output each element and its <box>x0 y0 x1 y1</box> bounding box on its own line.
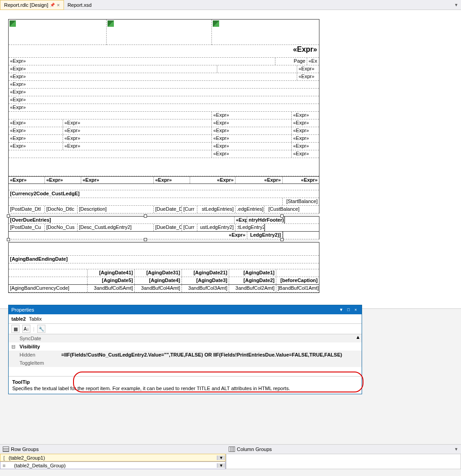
cell[interactable]: [PostDate_Dtl <box>9 206 45 213</box>
tab-overflow-dropdown[interactable]: ▼ <box>454 3 458 7</box>
tab-report-rdlc-design[interactable]: Report.rdlc [Design] 📌 × <box>0 0 64 10</box>
property-row-hidden[interactable]: Hidden =IIF(Fields!CustNo_CustLedgEntry2… <box>9 351 362 359</box>
cell[interactable]: [Curr <box>182 224 197 231</box>
cell-empty[interactable] <box>9 198 283 205</box>
cell-empty[interactable] <box>284 217 319 223</box>
cell[interactable]: [AgingDate21] <box>182 269 229 277</box>
cell-expr[interactable]: «Expr» <box>212 119 292 127</box>
cell-empty[interactable] <box>9 112 212 119</box>
overdue-entries-cell[interactable]: [OverDueEntries] <box>9 217 235 223</box>
cell-expr[interactable]: «Expr» <box>9 119 63 127</box>
cell-empty[interactable] <box>9 184 319 190</box>
cell[interactable]: [AgingDate3] <box>182 277 229 284</box>
cell-expr[interactable]: «Expr» <box>297 73 319 80</box>
cell-expr[interactable]: «Expr» <box>9 104 319 111</box>
cell[interactable]: [PostDate_Cu <box>9 224 45 231</box>
resize-handle[interactable] <box>144 214 147 218</box>
cell-expr[interactable]: «Expr» <box>9 232 247 239</box>
resize-handle[interactable] <box>280 238 284 241</box>
row-group-item[interactable]: [ (table2_Group1) ▼ <box>0 454 226 461</box>
cell[interactable]: ntryHdrFooter)] <box>247 217 284 223</box>
cell[interactable]: [beforeCaption] <box>276 277 319 284</box>
header-cell[interactable]: «Expr» <box>81 177 154 183</box>
group-dropdown[interactable]: ▼ <box>217 463 225 468</box>
resize-handle[interactable] <box>7 214 10 218</box>
report-body[interactable]: «Expr» «Expr» Page «Ex «Expr» «Expr» «Ex… <box>8 19 319 293</box>
cell[interactable]: LedgEntry2)] <box>247 232 283 239</box>
scroll-up-button[interactable]: ▲ <box>354 334 362 340</box>
properties-object-selector[interactable]: table2 Tablix <box>9 314 362 324</box>
cell[interactable]: .edgEntries] <box>235 206 265 213</box>
close-icon[interactable]: × <box>57 2 59 8</box>
table2-tablix[interactable]: [OverDueEntries] «Expr» ntryHdrFooter)] … <box>9 216 319 239</box>
cell-expr[interactable]: «Expr» <box>297 65 319 73</box>
cell-expr[interactable]: «Expr» <box>212 143 292 150</box>
page-label[interactable]: Page <box>275 58 307 65</box>
cell[interactable]: 3andBufCol5Amt] <box>88 285 135 292</box>
cell-empty[interactable] <box>265 224 301 231</box>
cell[interactable]: [Description] <box>78 206 154 213</box>
column-groups-header[interactable]: Column Groups ▼ <box>226 446 461 453</box>
cell[interactable]: ]BandBufCol1Amt] <box>276 285 319 292</box>
cell-expr[interactable]: «Expr» <box>212 127 292 134</box>
tab-report-xsd[interactable]: Report.xsd <box>64 0 95 10</box>
cell-empty[interactable] <box>9 158 319 176</box>
property-row[interactable]: SyncDate <box>9 334 362 342</box>
cell-empty[interactable] <box>9 263 319 269</box>
cell[interactable]: 3andBufCol2Amt] <box>229 285 276 292</box>
cell-expr[interactable]: «Ex <box>307 58 319 65</box>
resize-handle[interactable] <box>7 238 10 241</box>
categorized-button[interactable]: ▦ <box>11 325 20 333</box>
maximize-icon[interactable]: □ <box>345 307 352 313</box>
dropdown-icon[interactable]: ▼ <box>338 307 344 313</box>
cell[interactable]: [AgingDate1] <box>229 269 276 277</box>
cell-expr[interactable]: «Expr» <box>63 143 212 150</box>
property-value-hidden[interactable]: =IIF(Fields!CustNo_CustLedgEntry2.Value=… <box>59 352 362 357</box>
cell-expr[interactable]: «Expr» <box>292 143 319 150</box>
cell-empty[interactable] <box>9 277 88 284</box>
cell-expr[interactable]: «Expr» <box>292 150 319 158</box>
cell[interactable]: ustLedgEntry2] <box>197 224 235 231</box>
cell[interactable]: [Curr <box>182 206 197 213</box>
cell-empty[interactable] <box>9 243 319 255</box>
cell-empty[interactable] <box>9 150 212 158</box>
cell-expr[interactable]: «Expr» <box>212 135 292 142</box>
cell-expr[interactable]: «Expr» <box>292 135 319 142</box>
cell[interactable]: 3andBufCol3Amt] <box>182 285 229 292</box>
cell-expr[interactable]: «Expr» <box>9 135 63 142</box>
property-row-toggleitem[interactable]: ToggleItem <box>9 359 362 367</box>
image-box[interactable] <box>212 20 319 45</box>
cell-expr[interactable]: «Expr» <box>292 112 319 119</box>
cell[interactable]: [AgingDate31] <box>135 269 182 277</box>
cell[interactable]: [DocNo_Dtlc <box>45 206 78 213</box>
cell[interactable]: stLedgEntries] <box>197 206 235 213</box>
cell[interactable]: [DocNo_Cus <box>45 224 78 231</box>
cell[interactable]: [AgingDate4] <box>135 277 182 284</box>
cell-expr[interactable]: «Expr» <box>9 143 63 150</box>
cell-expr[interactable]: «Expr» <box>63 135 212 142</box>
header-cell[interactable]: «Expr» <box>283 177 319 183</box>
cell-expr[interactable]: «Expr» <box>9 89 319 96</box>
cell-expr[interactable]: «Expr» <box>9 81 319 88</box>
cell-expr[interactable]: «Expr» <box>9 65 217 73</box>
cell-empty[interactable] <box>217 65 297 73</box>
cell-expr[interactable]: «Expr» <box>9 58 275 65</box>
cell-empty[interactable] <box>276 269 319 277</box>
cell[interactable]: [Desc_CustLedgEntry2] <box>78 224 154 231</box>
cell-expr[interactable]: «Expr» <box>212 112 292 119</box>
pin-icon[interactable]: 📌 <box>50 3 55 7</box>
start-balance-cell[interactable]: [StartBalance] <box>283 198 319 205</box>
header-cell[interactable]: «Expr» <box>154 177 190 183</box>
image-box[interactable] <box>107 20 212 45</box>
resize-handle[interactable] <box>144 238 147 241</box>
cell[interactable]: [AgingDate41] <box>88 269 135 277</box>
property-category-row[interactable]: ⊟ Visibility <box>9 342 362 351</box>
collapse-icon[interactable]: ⊟ <box>9 344 18 350</box>
cell[interactable]: [AgingDate2] <box>229 277 276 284</box>
cell[interactable]: [CustBalance] <box>265 206 301 213</box>
row-groups-header[interactable]: Row Groups <box>0 446 226 453</box>
cell[interactable]: 3andBufCol4Amt] <box>135 285 182 292</box>
cell[interactable]: [AgingDate5] <box>88 277 135 284</box>
cell-expr[interactable]: «Expr» <box>235 217 247 223</box>
row-group-item[interactable]: ≡ (table2_Details_Group) ▼ <box>0 461 226 469</box>
